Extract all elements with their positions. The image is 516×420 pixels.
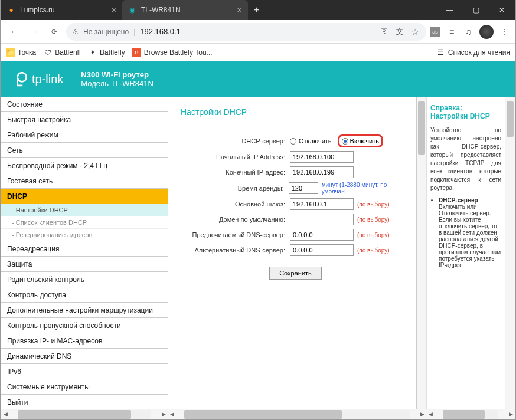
profile-avatar[interactable]: [479, 25, 494, 39]
sidebar-sub-dhcp-reserve[interactable]: - Резервирование адресов: [1, 229, 168, 241]
svg-point-0: [18, 73, 27, 81]
address-bar[interactable]: ⚠ Не защищено | 192.168.0.1 ⚿ 文 ☆: [66, 23, 426, 41]
tab-label: TL-WR841N: [141, 6, 181, 14]
sidebar-nav: Состояние Быстрая настройка Рабочий режи…: [1, 97, 168, 409]
help-vscrollbar[interactable]: [505, 97, 515, 409]
menu-icon[interactable]: ⋮: [499, 27, 510, 37]
input-end-ip[interactable]: [290, 166, 354, 178]
reload-button[interactable]: ⟳: [46, 24, 63, 40]
sidebar-item-status[interactable]: Состояние: [1, 97, 168, 112]
hint-lease: минут (1-2880 минут, по умолчан: [322, 182, 410, 195]
bookmark-battlefly[interactable]: ✦Battlefly: [88, 48, 125, 57]
security-label: Не защищено: [83, 28, 129, 36]
save-button[interactable]: Сохранить: [269, 267, 322, 280]
bookmark-battleriff[interactable]: 🛡Battleriff: [43, 48, 81, 57]
sidebar-item-wireless[interactable]: Беспроводной режим - 2,4 ГГц: [1, 158, 168, 173]
bookmark-tochka[interactable]: 📁Точка: [6, 48, 36, 57]
help-panel: Справка: Настройки DHCP Устройство по ум…: [426, 97, 505, 409]
bookmark-battlefy[interactable]: BBrowse Battlefy Tou...: [132, 48, 213, 57]
minimize-button[interactable]: —: [437, 0, 463, 20]
dhcp-form-panel: Настройки DHCP DHCP-сервер: Отключить Вк…: [168, 97, 416, 409]
sidebar-item-forwarding[interactable]: Переадресация: [1, 241, 168, 257]
sidebar-item-system[interactable]: Системные инструменты: [1, 379, 168, 395]
sidebar-item-ddns[interactable]: Динамический DNS: [1, 349, 168, 364]
insecure-icon: ⚠: [72, 28, 79, 36]
tab-label: Lumpics.ru: [20, 6, 55, 14]
tab-favicon-lumpics: ●: [7, 6, 15, 14]
tab-favicon-tplink: ◉: [128, 6, 136, 14]
help-body: Устройство по умолчанию настроено как DH…: [430, 126, 501, 192]
star-icon[interactable]: ☆: [410, 27, 420, 37]
close-icon[interactable]: ×: [112, 5, 116, 15]
window-title-bar: ● Lumpics.ru × ◉ TL-WR841N × + — ▢ ✕: [1, 0, 515, 20]
back-button[interactable]: ←: [6, 24, 22, 40]
sidebar-hscrollbar[interactable]: ◀▶: [1, 409, 168, 419]
sidebar-item-dhcp[interactable]: DHCP: [1, 189, 168, 204]
sidebar-sub-dhcp-settings[interactable]: - Настройки DHCP: [1, 204, 168, 216]
input-gateway[interactable]: [290, 198, 354, 210]
hint-optional: (по выбору): [357, 232, 390, 238]
hint-optional: (по выбору): [357, 201, 390, 208]
url-text: 192.168.0.1: [140, 27, 181, 36]
tplink-logo: tp-link: [13, 71, 63, 87]
radio-disable-label: Отключить: [299, 137, 332, 145]
label-lease: Время аренды:: [181, 185, 289, 192]
sidebar-item-ipmac[interactable]: Привязка IP- и MAC-адресов: [1, 333, 168, 349]
label-end-ip: Конечный IP-адрес:: [181, 169, 290, 176]
sidebar-item-ipv6[interactable]: IPv6: [1, 364, 168, 379]
input-lease[interactable]: [289, 182, 318, 194]
product-name: N300 Wi-Fi роутер: [81, 70, 154, 79]
radio-disable[interactable]: [290, 138, 296, 145]
close-icon[interactable]: ×: [237, 5, 242, 15]
model-name: Модель TL-WR841N: [81, 79, 154, 88]
sidebar-item-security[interactable]: Защита: [1, 257, 168, 272]
input-dns2[interactable]: [290, 244, 354, 256]
sidebar-item-routing[interactable]: Дополнительные настройки маршрутизации: [1, 303, 168, 318]
sidebar-item-quicksetup[interactable]: Быстрая настройка: [1, 112, 168, 127]
input-domain[interactable]: [290, 214, 354, 225]
maximize-button[interactable]: ▢: [463, 0, 489, 20]
router-header: tp-link N300 Wi-Fi роутер Модель TL-WR84…: [1, 61, 515, 97]
input-dns1[interactable]: [290, 229, 354, 241]
sidebar-sub-dhcp-clients[interactable]: - Список клиентов DHCP: [1, 216, 168, 229]
extensions-icon[interactable]: ≡: [446, 27, 457, 37]
sidebar-item-access[interactable]: Контроль доступа: [1, 287, 168, 303]
tab-router[interactable]: ◉ TL-WR841N ×: [122, 0, 248, 20]
sidebar-item-parental[interactable]: Родительский контроль: [1, 272, 168, 287]
form-vscrollbar[interactable]: [416, 97, 426, 409]
form-hscrollbar[interactable]: ◀▶: [168, 409, 426, 419]
help-title: Справка: Настройки DHCP: [430, 104, 501, 120]
label-dns1: Предпочитаемый DNS-сервер:: [181, 231, 290, 238]
bookmarks-bar: 📁Точка 🛡Battleriff ✦Battlefly BBrowse Ba…: [1, 44, 515, 61]
label-gateway: Основной шлюз:: [181, 201, 290, 208]
media-icon[interactable]: ♫: [463, 27, 473, 37]
sidebar-item-logout[interactable]: Выйти: [1, 395, 168, 409]
input-start-ip[interactable]: [290, 151, 354, 163]
sidebar-item-mode[interactable]: Рабочий режим: [1, 127, 168, 143]
sidebar-item-guest[interactable]: Гостевая сеть: [1, 173, 168, 189]
address-toolbar: ← → ⟳ ⚠ Не защищено | 192.168.0.1 ⚿ 文 ☆ …: [1, 20, 515, 44]
hint-optional: (по выбору): [357, 247, 390, 254]
ext-icon[interactable]: as: [430, 27, 440, 37]
label-domain: Домен по умолчанию:: [181, 216, 290, 223]
enable-highlight: Включить: [338, 134, 383, 147]
page-title: Настройки DHCP: [181, 107, 410, 117]
key-icon[interactable]: ⚿: [379, 27, 390, 37]
label-start-ip: Начальный IP Address:: [181, 153, 290, 160]
reading-list[interactable]: ☰Список для чтения: [436, 48, 510, 57]
sidebar-item-bandwidth[interactable]: Контроль пропускной способности: [1, 318, 168, 333]
radio-enable[interactable]: [342, 138, 348, 145]
label-dhcp-server: DHCP-сервер:: [181, 137, 290, 145]
label-dns2: Альтернативный DNS-сервер:: [181, 247, 290, 254]
translate-icon[interactable]: 文: [394, 27, 405, 37]
sidebar-item-network[interactable]: Сеть: [1, 143, 168, 158]
radio-enable-label: Включить: [350, 137, 379, 145]
hint-optional: (по выбору): [357, 216, 390, 223]
new-tab-button[interactable]: +: [248, 0, 265, 20]
tab-lumpics[interactable]: ● Lumpics.ru ×: [1, 0, 122, 20]
close-window-button[interactable]: ✕: [489, 0, 515, 20]
forward-button[interactable]: →: [26, 24, 43, 40]
help-hscrollbar[interactable]: ◀▶: [426, 409, 515, 419]
help-list-item: DHCP-сервер - DHCP-сервер - Включить или…: [439, 197, 501, 268]
